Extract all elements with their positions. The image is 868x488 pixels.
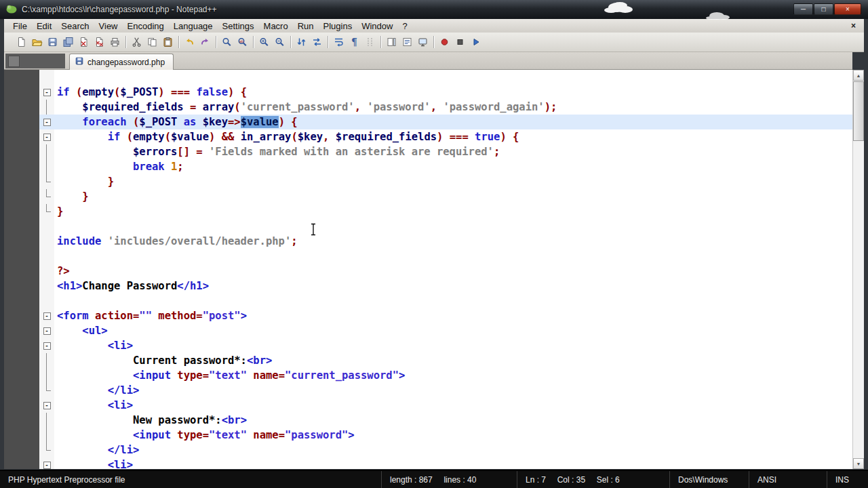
sync-horizontal-icon[interactable] <box>310 35 324 49</box>
monitor-icon[interactable] <box>416 35 430 49</box>
fold-guide <box>39 204 54 219</box>
code-line-12[interactable] <box>4 249 852 264</box>
new-file-icon[interactable] <box>14 35 28 49</box>
fold-toggle-icon[interactable]: - <box>39 338 54 353</box>
copy-icon[interactable] <box>145 35 159 49</box>
scroll-up-icon[interactable]: ▲ <box>853 70 864 81</box>
vertical-scrollbar[interactable]: ▲ ▼ <box>852 70 864 469</box>
menu-view[interactable]: View <box>94 20 123 32</box>
function-list-icon[interactable] <box>400 35 414 49</box>
fold-toggle-icon[interactable]: - <box>39 458 54 469</box>
play-macro-icon[interactable] <box>469 35 483 49</box>
menu-encoding[interactable]: Encoding <box>123 20 169 32</box>
fold-toggle-icon[interactable]: - <box>39 308 54 323</box>
code-line-15[interactable] <box>4 293 852 308</box>
code-line-8[interactable]: } <box>4 189 852 204</box>
find-icon[interactable] <box>220 35 234 49</box>
fold-guide <box>39 443 54 458</box>
show-all-chars-icon[interactable]: ¶ <box>347 35 361 49</box>
indent-guide-icon[interactable] <box>363 35 377 49</box>
tab-strip-icon <box>8 56 20 67</box>
doc-map-icon[interactable] <box>384 35 399 49</box>
fold-guide <box>39 189 54 204</box>
save-icon[interactable] <box>45 35 60 49</box>
code-line-3[interactable]: - foreach ($_POST as $key=>$value) { <box>4 115 852 129</box>
fold-guide <box>39 383 54 398</box>
menu-plugins[interactable]: Plugins <box>319 20 357 32</box>
code-line-2[interactable]: $required_fields = array('current_passwo… <box>4 100 852 115</box>
code-line-22[interactable]: - <li> <box>4 398 852 413</box>
close-document-icon[interactable]: × <box>848 21 859 30</box>
code-line-16[interactable]: -<form action="" method="post"> <box>4 308 852 323</box>
status-eol-format[interactable]: Dos\Windows <box>669 471 749 488</box>
menu-edit[interactable]: Edit <box>32 20 56 32</box>
code-line-21[interactable]: </li> <box>4 383 852 398</box>
fold-toggle-icon[interactable]: - <box>39 85 54 100</box>
fold-toggle-icon[interactable]: - <box>39 129 54 144</box>
tab-changepassword[interactable]: changepassword.php <box>69 54 174 70</box>
code-line-19[interactable]: Current password*:<br> <box>4 353 852 368</box>
code-line-5[interactable]: $errors[] = 'Fields marked with an aster… <box>4 144 852 159</box>
code-line-11[interactable]: include 'includes/overall/header.php'; <box>4 234 852 249</box>
code-line-23[interactable]: New password*:<br> <box>4 413 852 428</box>
close-all-icon[interactable] <box>92 35 106 49</box>
scrollbar-thumb[interactable] <box>853 81 864 141</box>
status-insert-mode[interactable]: INS <box>827 471 868 488</box>
zoom-out-icon[interactable] <box>273 35 287 49</box>
code-line-7[interactable]: } <box>4 174 852 189</box>
close-button[interactable]: × <box>834 3 861 15</box>
menu-file[interactable]: File <box>8 20 32 32</box>
fold-toggle-icon[interactable]: - <box>39 323 54 338</box>
paste-icon[interactable] <box>161 35 175 49</box>
code-line-25[interactable]: </li> <box>4 443 852 458</box>
menu-run[interactable]: Run <box>293 20 319 32</box>
editor[interactable]: -if (empty($_POST) === false) { $require… <box>4 70 852 469</box>
code-line-10[interactable] <box>4 219 852 234</box>
undo-icon[interactable] <box>182 35 197 49</box>
code-line-4[interactable]: - if (empty($value) && in_array($key, $r… <box>4 129 852 144</box>
minimize-button[interactable]: ─ <box>793 3 813 15</box>
tab-bar: changepassword.php <box>4 52 852 70</box>
save-all-icon[interactable] <box>61 35 75 49</box>
menu-search[interactable]: Search <box>56 20 94 32</box>
stop-macro-icon[interactable] <box>453 35 467 49</box>
cut-icon[interactable] <box>130 35 144 49</box>
redo-icon[interactable] <box>198 35 212 49</box>
svg-text:ab: ab <box>239 39 244 43</box>
code-line-6[interactable]: break 1; <box>4 159 852 174</box>
code-line-24[interactable]: <input type="text" name="password"> <box>4 428 852 443</box>
replace-icon[interactable]: ab <box>235 35 250 49</box>
fold-toggle-icon[interactable]: - <box>39 115 54 129</box>
code-line-1[interactable]: -if (empty($_POST) === false) { <box>4 85 852 100</box>
print-icon[interactable] <box>108 35 122 49</box>
code-line-18[interactable]: - <li> <box>4 338 852 353</box>
svg-text:¶: ¶ <box>351 37 357 47</box>
status-encoding[interactable]: ANSI <box>749 471 827 488</box>
tab-label: changepassword.php <box>87 58 165 67</box>
menu-help[interactable]: ? <box>397 20 412 32</box>
fold-guide <box>39 353 54 368</box>
word-wrap-icon[interactable] <box>332 35 346 49</box>
code-line-26[interactable]: - <li> <box>4 458 852 469</box>
menu-macro[interactable]: Macro <box>259 20 293 32</box>
code-line-13[interactable]: ?> <box>4 264 852 279</box>
menu-settings[interactable]: Settings <box>218 20 259 32</box>
open-file-icon[interactable] <box>30 35 44 49</box>
close-icon[interactable] <box>77 35 91 49</box>
scroll-down-icon[interactable]: ▼ <box>853 458 864 469</box>
status-cursor-position[interactable]: Ln : 7 Col : 35 Sel : 6 <box>517 471 669 488</box>
record-macro-icon[interactable] <box>437 35 452 49</box>
code-line-9[interactable]: } <box>4 204 852 219</box>
sync-vertical-icon[interactable] <box>294 35 309 49</box>
fold-toggle-icon[interactable]: - <box>39 398 54 413</box>
menu-language[interactable]: Language <box>169 20 218 32</box>
menu-window[interactable]: Window <box>357 20 397 32</box>
maximize-button[interactable]: □ <box>814 3 833 15</box>
code-line-17[interactable]: - <ul> <box>4 323 852 338</box>
zoom-in-icon[interactable] <box>257 35 271 49</box>
code-line-20[interactable]: <input type="text" name="current_passwor… <box>4 368 852 383</box>
toolbar: ab¶ <box>4 33 864 52</box>
code-line-14[interactable]: <h1>Change Password</h1> <box>4 279 852 293</box>
toolbar-separator <box>253 36 254 48</box>
toolbar-separator <box>328 36 328 48</box>
